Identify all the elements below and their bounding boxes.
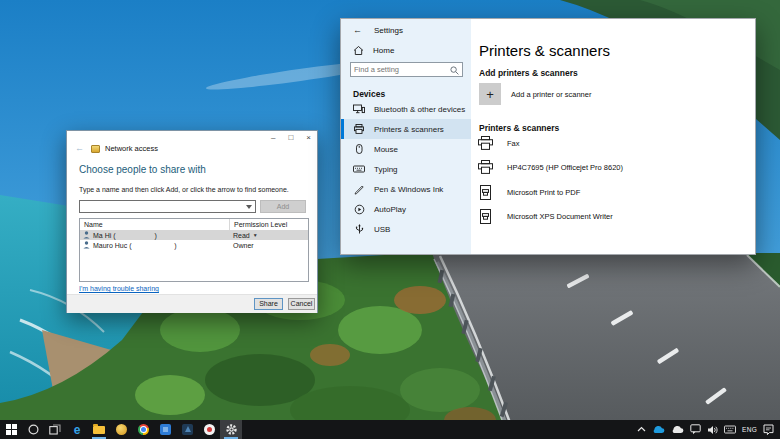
printer-row[interactable]: HP4C7695 (HP Officejet Pro 8620): [477, 157, 623, 177]
settings-window: ← Settings – □ × Home Devices: [340, 18, 756, 255]
settings-search-box[interactable]: [350, 62, 463, 77]
printer-row[interactable]: Microsoft XPS Document Writer: [477, 206, 613, 226]
person-icon: [83, 231, 90, 239]
sidebar-section-devices: Devices: [353, 89, 385, 99]
column-name[interactable]: Name: [80, 221, 229, 228]
printer-icon: [478, 136, 493, 150]
start-button[interactable]: [0, 420, 22, 439]
printer-row[interactable]: Microsoft Print to PDF: [477, 182, 580, 202]
share-people-table: Name Permission Level Ma Hi ( ) Read ▼: [79, 218, 309, 282]
folder-icon: [93, 426, 105, 434]
taskbar-settings-icon[interactable]: [220, 420, 242, 439]
table-header: Name Permission Level: [80, 219, 308, 230]
sidebar-item-typing[interactable]: Typing: [341, 159, 471, 179]
add-printer-button[interactable]: +: [479, 83, 501, 105]
bluetooth-devices-icon: [353, 104, 365, 114]
dialog-heading: Choose people to share with: [79, 164, 206, 175]
sidebar-item-label: USB: [374, 225, 390, 234]
taskbar-edge-icon[interactable]: e: [66, 420, 88, 439]
tray-expand-chevron-icon[interactable]: [634, 420, 649, 439]
sidebar-item-autoplay[interactable]: AutoPlay: [341, 199, 471, 219]
sidebar-item-label: Printers & scanners: [374, 125, 444, 134]
sidebar-item-pen-windows-ink[interactable]: Pen & Windows Ink: [341, 179, 471, 199]
permission-dropdown-icon[interactable]: ▼: [253, 232, 258, 238]
desktop: – □ × ← Network access Choose people to …: [0, 0, 780, 439]
taskbar-file-explorer-icon[interactable]: [88, 420, 110, 439]
circle-app-icon: [204, 424, 215, 435]
permission-value[interactable]: Read: [233, 232, 250, 239]
touch-keyboard-icon[interactable]: [721, 420, 739, 439]
printers-section-title: Printers & scanners: [479, 123, 559, 133]
person-icon: [83, 241, 90, 249]
taskbar-pinned-app-dark[interactable]: [176, 420, 198, 439]
volume-icon[interactable]: [704, 420, 721, 439]
close-button[interactable]: ×: [306, 134, 311, 142]
plus-icon: +: [486, 87, 494, 102]
trouble-sharing-link[interactable]: I'm having trouble sharing: [79, 285, 159, 292]
task-view-icon: [49, 424, 61, 435]
taskbar-pinned-app-yellow[interactable]: [110, 420, 132, 439]
print-to-file-icon: [479, 185, 492, 200]
typing-icon: [353, 164, 365, 174]
user-name: Ma Hi ( ): [93, 232, 157, 239]
usb-icon: [354, 224, 365, 235]
action-center-icon[interactable]: [760, 420, 780, 439]
taskbar: e: [0, 420, 780, 439]
people-combobox[interactable]: [79, 200, 256, 213]
sidebar-item-mouse[interactable]: Mouse: [341, 139, 471, 159]
settings-nav: Bluetooth & other devices Printers & sca…: [341, 99, 471, 239]
add-printer-label[interactable]: Add a printer or scanner: [511, 90, 591, 99]
printer-name: Microsoft Print to PDF: [507, 188, 580, 197]
sidebar-item-home[interactable]: Home: [353, 45, 394, 55]
home-icon: [353, 45, 364, 55]
taskbar-chrome-icon[interactable]: [132, 420, 154, 439]
network-access-dialog: – □ × ← Network access Choose people to …: [66, 130, 318, 313]
search-icon: [450, 66, 459, 75]
sidebar-item-label: AutoPlay: [374, 205, 406, 214]
autoplay-icon: [354, 204, 365, 215]
sidebar-home-label: Home: [373, 46, 394, 55]
language-indicator[interactable]: ENG: [739, 420, 760, 439]
printer-name: Microsoft XPS Document Writer: [507, 212, 613, 221]
taskbar-pinned-app-blue[interactable]: [154, 420, 176, 439]
permission-value: Owner: [233, 242, 254, 249]
system-tray: ENG: [634, 420, 780, 439]
taskbar-pinned-app-circle[interactable]: [198, 420, 220, 439]
printer-icon: [478, 160, 493, 174]
share-user-row[interactable]: Ma Hi ( ) Read ▼: [80, 230, 308, 240]
people-combobox-input[interactable]: [81, 202, 243, 211]
task-view-button[interactable]: [44, 420, 66, 439]
pen-icon: [354, 184, 365, 195]
sidebar-item-label: Typing: [374, 165, 398, 174]
share-user-row[interactable]: Mauro Huc ( ) Owner: [80, 240, 308, 250]
gear-icon: [225, 423, 238, 436]
cortana-button[interactable]: [22, 420, 44, 439]
add-button[interactable]: Add: [260, 200, 306, 213]
back-icon[interactable]: ←: [353, 25, 362, 35]
back-icon[interactable]: ←: [75, 143, 84, 153]
cortana-icon: [28, 424, 39, 435]
yellow-disc-icon: [116, 424, 127, 435]
print-to-file-icon: [479, 209, 492, 224]
settings-content: Printers & scanners Add printers & scann…: [471, 19, 755, 254]
sidebar-item-bluetooth[interactable]: Bluetooth & other devices: [341, 99, 471, 119]
column-permission-level[interactable]: Permission Level: [229, 219, 308, 230]
sidebar-item-usb[interactable]: USB: [341, 219, 471, 239]
minimize-button[interactable]: –: [271, 134, 275, 142]
windows-logo-icon: [6, 424, 17, 435]
dialog-instruction: Type a name and then click Add, or click…: [79, 186, 289, 193]
maximize-button[interactable]: □: [288, 134, 293, 142]
printer-name: Fax: [507, 139, 520, 148]
combo-dropdown-arrow-icon[interactable]: [246, 205, 252, 209]
onedrive-icon[interactable]: [649, 420, 668, 439]
search-input[interactable]: [354, 64, 448, 75]
cloud-icon[interactable]: [668, 420, 687, 439]
sidebar-item-label: Bluetooth & other devices: [374, 105, 465, 114]
share-button[interactable]: Share: [254, 298, 283, 310]
feedback-hub-icon[interactable]: [687, 420, 704, 439]
blue-app-icon: [160, 424, 171, 435]
printer-row[interactable]: Fax: [477, 133, 520, 153]
window-title: Settings: [374, 26, 403, 35]
sidebar-item-printers-scanners[interactable]: Printers & scanners: [341, 119, 471, 139]
cancel-button[interactable]: Cancel: [288, 298, 315, 310]
